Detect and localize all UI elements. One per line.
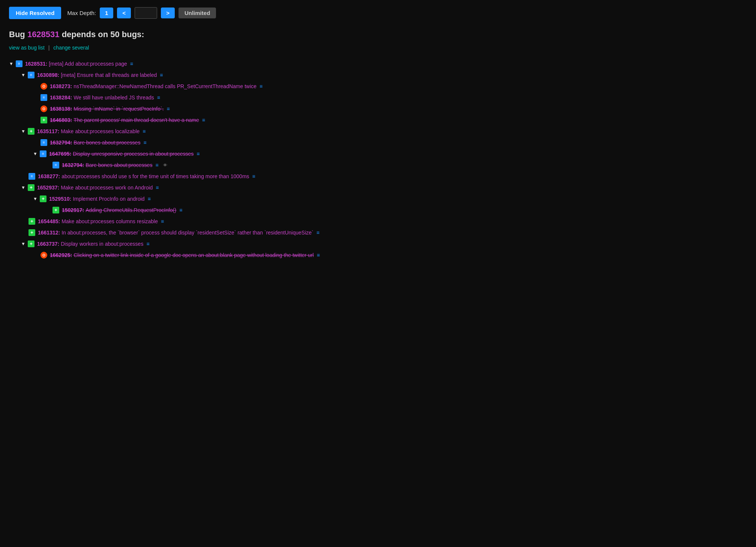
bug-number-link[interactable]: 1529510:	[49, 194, 71, 204]
pipe-divider: |	[48, 45, 50, 51]
bug-description: Missing `mName` in `requestProcInfo`.	[74, 104, 164, 114]
bug-number-link[interactable]: 1647695:	[49, 149, 71, 159]
lines-icon[interactable]: ≡	[146, 239, 149, 249]
lines-icon[interactable]: ≡	[179, 205, 182, 215]
expand-collapse-triangle[interactable]: ▼	[33, 194, 38, 203]
unlimited-button[interactable]: Unlimited	[178, 8, 216, 18]
tree-row: +1654485: Make about:processes columns r…	[9, 216, 747, 227]
view-as-list-link[interactable]: view as bug list	[9, 45, 45, 51]
lines-icon[interactable]: ≡	[157, 92, 160, 103]
lines-icon[interactable]: ≡	[316, 227, 320, 238]
tree-row: ▼+1663737: Display workers in about:proc…	[9, 238, 747, 249]
tree-row: ≡1632794: Bare bones about:processes≡👁	[9, 159, 747, 171]
bug-description: Make about:processes localizable	[61, 126, 140, 137]
title-prefix: Bug	[9, 30, 27, 39]
bug-number-link[interactable]: 1638277:	[38, 171, 60, 182]
tree-row: ≡1638284: We still have unlabeled JS thr…	[9, 92, 747, 103]
clipboard-icon: ≡	[28, 173, 35, 180]
eye-icon: 👁	[162, 162, 169, 168]
plus-icon: +	[28, 128, 34, 135]
bug-number-link[interactable]: 1638138:	[50, 104, 72, 114]
hide-resolved-button[interactable]: Hide Resolved	[9, 7, 61, 19]
bug-description: [meta] Ensure that all threads are label…	[61, 70, 157, 80]
lines-icon[interactable]: ≡	[148, 194, 151, 204]
bug-description: The parent process' main thread doesn't …	[74, 115, 199, 125]
clipboard-icon: ≡	[52, 162, 59, 168]
tree-row: ▼+1635117: Make about:processes localiza…	[9, 126, 747, 137]
max-depth-label: Max Depth:	[67, 10, 96, 16]
lines-icon[interactable]: ≡	[142, 126, 146, 137]
expand-collapse-triangle[interactable]: ▼	[21, 71, 26, 80]
lines-icon[interactable]: ≡	[252, 171, 255, 182]
lines-icon[interactable]: ≡	[202, 115, 205, 125]
main-bug-id[interactable]: 1628531	[27, 30, 60, 39]
clipboard-icon: ≡	[40, 139, 47, 146]
tree-row: ≡1632794: Bare bones about:processes≡	[9, 137, 747, 148]
bug-number-link[interactable]: 1632794:	[62, 160, 84, 170]
bug-number-link[interactable]: 1662925:	[50, 250, 72, 260]
bug-tree: ▼≡1628531: [meta] Add about:processes pa…	[9, 58, 747, 261]
bug-number-link[interactable]: 1663737:	[37, 239, 59, 249]
bug-number-link[interactable]: 1661312:	[38, 227, 60, 238]
bug-description: Implement ProcInfo on android	[73, 194, 144, 204]
title-suffix: depends on 50 bugs:	[60, 30, 144, 39]
bug-number-link[interactable]: 1652937:	[37, 182, 59, 193]
bug-description: We still have unlabeled JS threads	[74, 92, 154, 103]
bug-number-link[interactable]: 1628531:	[25, 59, 47, 69]
bug-number-link[interactable]: 1632794:	[50, 137, 72, 148]
gear-icon: ⚙	[40, 83, 47, 90]
toolbar: Hide Resolved Max Depth: 1 < > Unlimited	[9, 7, 747, 19]
bug-description: Display unresponsive processes in about:…	[73, 149, 194, 159]
lines-icon[interactable]: ≡	[260, 81, 262, 92]
lines-icon[interactable]: ≡	[167, 104, 170, 114]
tree-row: ▼≡1647695: Display unresponsive processe…	[9, 148, 747, 159]
expand-collapse-triangle[interactable]: ▼	[21, 239, 26, 248]
next-button[interactable]: >	[161, 8, 175, 18]
expand-collapse-triangle[interactable]: ▼	[21, 183, 26, 192]
bug-number-link[interactable]: 1635117:	[37, 126, 59, 137]
gear-icon: ⚙	[40, 252, 47, 258]
lines-icon[interactable]: ≡	[155, 160, 158, 170]
lines-icon[interactable]: ≡	[130, 59, 133, 69]
tree-row: ▼≡1628531: [meta] Add about:processes pa…	[9, 58, 747, 69]
expand-collapse-triangle[interactable]: ▼	[9, 59, 14, 68]
lines-icon[interactable]: ≡	[160, 70, 163, 80]
bug-description: about:processes should use s for the tim…	[62, 171, 249, 182]
lines-icon[interactable]: ≡	[143, 137, 146, 148]
tree-row: ▼+1529510: Implement ProcInfo on android…	[9, 193, 747, 204]
lines-icon[interactable]: ≡	[161, 216, 164, 227]
depth-1-button[interactable]: 1	[100, 8, 113, 18]
tree-row: ▼+1652937: Make about:processes work on …	[9, 182, 747, 193]
bug-number-link[interactable]: 1654485:	[38, 216, 60, 227]
links-row: view as bug list | change several	[9, 45, 747, 51]
bug-description: Make about:processes columns resizable	[62, 216, 158, 227]
plus-icon: +	[52, 207, 59, 213]
bug-description: [meta] Add about:processes page	[49, 59, 127, 69]
change-several-link[interactable]: change several	[53, 45, 89, 51]
plus-icon: +	[28, 240, 34, 247]
tree-row: +1646803: The parent process' main threa…	[9, 114, 747, 126]
plus-icon: +	[28, 218, 35, 225]
prev-button[interactable]: <	[117, 8, 131, 18]
plus-icon: +	[40, 195, 46, 202]
expand-collapse-triangle[interactable]: ▼	[21, 127, 26, 136]
bug-number-link[interactable]: 1630898:	[37, 70, 59, 80]
page-title: Bug 1628531 depends on 50 bugs:	[9, 30, 747, 39]
bug-number-link[interactable]: 1638273:	[50, 81, 72, 92]
lines-icon[interactable]: ≡	[317, 250, 320, 260]
bug-description: nsThreadManager::NewNamedThread calls PR…	[74, 81, 256, 92]
plus-icon: +	[28, 184, 34, 191]
bug-number-link[interactable]: 1646803:	[50, 115, 72, 125]
bug-number-link[interactable]: 1502917:	[62, 205, 84, 215]
lines-icon[interactable]: ≡	[156, 182, 159, 193]
tree-row: ⚙1638273: nsThreadManager::NewNamedThrea…	[9, 81, 747, 92]
clipboard-icon: ≡	[40, 94, 47, 101]
plus-icon: +	[28, 229, 35, 236]
clipboard-icon: ≡	[16, 60, 22, 67]
bug-number-link[interactable]: 1638284:	[50, 92, 72, 103]
tree-row: +1661312: In about:processes, the `brows…	[9, 227, 747, 238]
expand-collapse-triangle[interactable]: ▼	[33, 149, 38, 158]
lines-icon[interactable]: ≡	[196, 149, 200, 159]
tree-row: +1502917: Adding ChromeUtils.RequestProc…	[9, 204, 747, 216]
depth-input[interactable]	[135, 7, 157, 19]
